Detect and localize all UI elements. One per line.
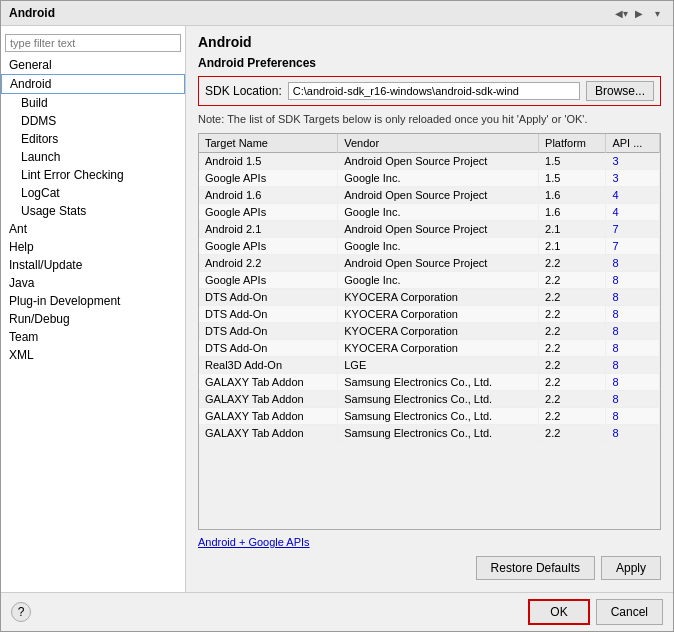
table-row[interactable]: DTS Add-OnKYOCERA Corporation2.28 — [199, 323, 660, 340]
cell-api: 8 — [606, 323, 660, 340]
cell-platform: 2.1 — [539, 238, 606, 255]
cancel-button[interactable]: Cancel — [596, 599, 663, 625]
cell-vendor: Android Open Source Project — [338, 221, 539, 238]
sdk-row: SDK Location: Browse... — [198, 76, 661, 106]
col-api: API ... — [606, 134, 660, 153]
table-row[interactable]: Google APIsGoogle Inc.1.53 — [199, 170, 660, 187]
table-row[interactable]: DTS Add-OnKYOCERA Corporation2.28 — [199, 306, 660, 323]
table-row[interactable]: Google APIsGoogle Inc.2.17 — [199, 238, 660, 255]
cell-api: 7 — [606, 221, 660, 238]
cell-target-name: DTS Add-On — [199, 306, 338, 323]
cell-target-name: DTS Add-On — [199, 340, 338, 357]
ok-button[interactable]: OK — [528, 599, 589, 625]
cell-platform: 2.2 — [539, 289, 606, 306]
sidebar-item-ant[interactable]: Ant — [1, 220, 185, 238]
cell-vendor: KYOCERA Corporation — [338, 289, 539, 306]
sidebar-item-usage-stats[interactable]: Usage Stats — [1, 202, 185, 220]
cell-platform: 2.2 — [539, 425, 606, 442]
sidebar-item-launch[interactable]: Launch — [1, 148, 185, 166]
content-area: GeneralAndroidBuildDDMSEditorsLaunchLint… — [1, 26, 673, 592]
help-icon[interactable]: ? — [11, 602, 31, 622]
sdk-input[interactable] — [288, 82, 580, 100]
cell-platform: 2.2 — [539, 323, 606, 340]
cell-vendor: Android Open Source Project — [338, 187, 539, 204]
table-row[interactable]: GALAXY Tab AddonSamsung Electronics Co.,… — [199, 408, 660, 425]
cell-api: 3 — [606, 153, 660, 170]
footer-link[interactable]: Android + Google APIs — [198, 536, 661, 548]
cell-api: 8 — [606, 408, 660, 425]
cell-api: 3 — [606, 170, 660, 187]
cell-vendor: Google Inc. — [338, 170, 539, 187]
table-row[interactable]: GALAXY Tab AddonSamsung Electronics Co.,… — [199, 425, 660, 442]
title-bar-controls: ◀▾ ▶ ▾ — [613, 5, 665, 21]
section-label: Android Preferences — [198, 56, 661, 70]
forward-icon[interactable]: ▶ — [631, 5, 647, 21]
col-vendor: Vendor — [338, 134, 539, 153]
cell-vendor: Android Open Source Project — [338, 255, 539, 272]
cell-platform: 2.1 — [539, 221, 606, 238]
cell-target-name: Google APIs — [199, 272, 338, 289]
cell-vendor: Google Inc. — [338, 238, 539, 255]
sidebar-item-team[interactable]: Team — [1, 328, 185, 346]
sidebar-item-lint-error-checking[interactable]: Lint Error Checking — [1, 166, 185, 184]
col-platform: Platform — [539, 134, 606, 153]
main-panel: Android Android Preferences SDK Location… — [186, 26, 673, 592]
sidebar-items: GeneralAndroidBuildDDMSEditorsLaunchLint… — [1, 56, 185, 364]
cell-vendor: KYOCERA Corporation — [338, 340, 539, 357]
apply-button[interactable]: Apply — [601, 556, 661, 580]
cell-target-name: GALAXY Tab Addon — [199, 408, 338, 425]
cell-vendor: Google Inc. — [338, 204, 539, 221]
cell-platform: 2.2 — [539, 272, 606, 289]
cell-api: 8 — [606, 425, 660, 442]
sidebar-item-general[interactable]: General — [1, 56, 185, 74]
cell-target-name: Google APIs — [199, 170, 338, 187]
cell-platform: 2.2 — [539, 306, 606, 323]
sidebar-item-java[interactable]: Java — [1, 274, 185, 292]
table-row[interactable]: Android 2.2Android Open Source Project2.… — [199, 255, 660, 272]
dialog-title: Android — [9, 6, 55, 20]
cell-api: 4 — [606, 187, 660, 204]
menu-icon[interactable]: ▾ — [649, 5, 665, 21]
cell-api: 8 — [606, 272, 660, 289]
sidebar-item-build[interactable]: Build — [1, 94, 185, 112]
sidebar-item-plug-in-development[interactable]: Plug-in Development — [1, 292, 185, 310]
sidebar: GeneralAndroidBuildDDMSEditorsLaunchLint… — [1, 26, 186, 592]
cell-vendor: Samsung Electronics Co., Ltd. — [338, 374, 539, 391]
page-title: Android — [198, 34, 252, 50]
restore-defaults-button[interactable]: Restore Defaults — [476, 556, 595, 580]
table-row[interactable]: DTS Add-OnKYOCERA Corporation2.28 — [199, 289, 660, 306]
table-row[interactable]: DTS Add-OnKYOCERA Corporation2.28 — [199, 340, 660, 357]
sidebar-item-install-update[interactable]: Install/Update — [1, 256, 185, 274]
sidebar-item-logcat[interactable]: LogCat — [1, 184, 185, 202]
cell-target-name: Android 2.2 — [199, 255, 338, 272]
table-row[interactable]: GALAXY Tab AddonSamsung Electronics Co.,… — [199, 391, 660, 408]
table-row[interactable]: Real3D Add-OnLGE2.28 — [199, 357, 660, 374]
back-icon[interactable]: ◀▾ — [613, 5, 629, 21]
cell-api: 7 — [606, 238, 660, 255]
table-row[interactable]: Android 1.6Android Open Source Project1.… — [199, 187, 660, 204]
cell-vendor: Samsung Electronics Co., Ltd. — [338, 425, 539, 442]
cell-platform: 1.6 — [539, 204, 606, 221]
filter-input[interactable] — [5, 34, 181, 52]
bottom-bar: ? OK Cancel — [1, 592, 673, 631]
cell-target-name: Android 1.6 — [199, 187, 338, 204]
cell-platform: 1.5 — [539, 153, 606, 170]
table-row[interactable]: Android 1.5Android Open Source Project1.… — [199, 153, 660, 170]
sidebar-item-ddms[interactable]: DDMS — [1, 112, 185, 130]
cell-target-name: Android 2.1 — [199, 221, 338, 238]
table-row[interactable]: Google APIsGoogle Inc.2.28 — [199, 272, 660, 289]
cell-api: 8 — [606, 289, 660, 306]
sidebar-item-xml[interactable]: XML — [1, 346, 185, 364]
note-text: Note: The list of SDK Targets below is o… — [198, 112, 661, 127]
cell-vendor: Samsung Electronics Co., Ltd. — [338, 391, 539, 408]
table-row[interactable]: GALAXY Tab AddonSamsung Electronics Co.,… — [199, 374, 660, 391]
sdk-table-container: Target Name Vendor Platform API ... Andr… — [198, 133, 661, 530]
table-row[interactable]: Android 2.1Android Open Source Project2.… — [199, 221, 660, 238]
sidebar-item-help[interactable]: Help — [1, 238, 185, 256]
sidebar-item-run-debug[interactable]: Run/Debug — [1, 310, 185, 328]
browse-button[interactable]: Browse... — [586, 81, 654, 101]
table-row[interactable]: Google APIsGoogle Inc.1.64 — [199, 204, 660, 221]
sidebar-item-editors[interactable]: Editors — [1, 130, 185, 148]
sidebar-item-android[interactable]: Android — [1, 74, 185, 94]
cell-vendor: KYOCERA Corporation — [338, 306, 539, 323]
